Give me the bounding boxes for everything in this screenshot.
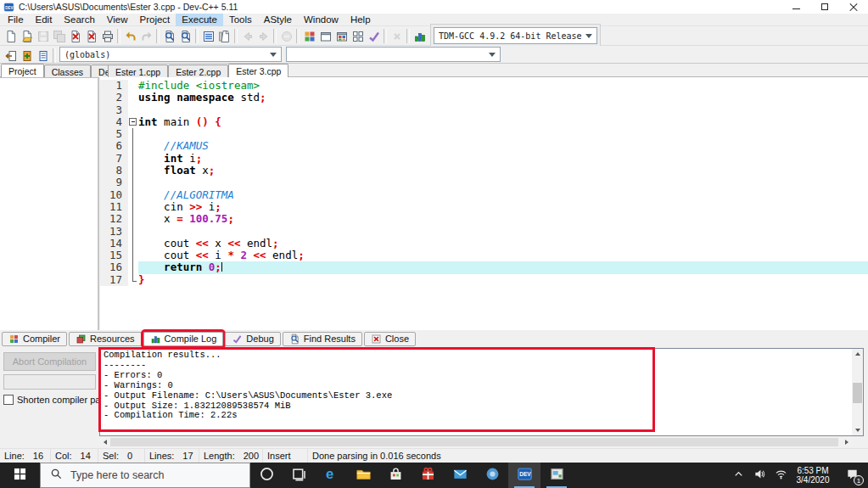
toolbar-find-in-files-button[interactable] (200, 28, 216, 44)
toolbar-find-button[interactable] (161, 28, 177, 44)
toolbar-window-prev-button[interactable] (3, 48, 19, 64)
globals-select[interactable]: (globals) (59, 47, 282, 62)
horizontal-scrollbar[interactable] (99, 437, 853, 447)
code-token: ; (209, 164, 216, 177)
code-token: << (196, 237, 209, 250)
tab-debug[interactable]: Debug (225, 332, 280, 346)
toolbar-print-button[interactable] (99, 28, 115, 44)
taskbar: Type here to search eDEV 6:53 PM 3/4/202… (0, 463, 868, 488)
toolbar-row2: (globals) (0, 46, 868, 64)
toolbar-separator (384, 29, 387, 43)
code-line: 1#include <iostream> (100, 80, 868, 92)
taskbar-browser-button[interactable] (476, 463, 508, 488)
menu-tools[interactable]: Tools (223, 14, 258, 26)
code-token: float (164, 164, 196, 177)
toolbar-open-file-button[interactable] (19, 28, 35, 44)
network-button[interactable] (770, 463, 792, 488)
taskbar-edge-button[interactable]: e (315, 463, 347, 488)
tray-chevron-button[interactable] (728, 463, 749, 488)
toolbar-profile-button[interactable] (412, 28, 428, 44)
fold-marker (128, 128, 138, 140)
menu-help[interactable]: Help (344, 14, 377, 26)
toolbar-run-button[interactable] (317, 28, 333, 44)
toolbar-rebuild-all-button[interactable] (350, 28, 366, 44)
taskbar-task-view-button[interactable] (283, 463, 315, 488)
volume-button[interactable] (749, 463, 770, 488)
action-center-button[interactable]: 1 (837, 463, 866, 488)
taskbar-mail-button[interactable] (444, 463, 476, 488)
toolbar-goto-line-button[interactable] (216, 28, 232, 44)
toolbar-save-all-button[interactable] (51, 28, 67, 44)
toolbar-forward-button[interactable] (255, 28, 272, 44)
shorten-paths-checkbox[interactable]: Shorten compiler paths (3, 395, 113, 405)
taskbar-cortana-button[interactable] (250, 463, 283, 488)
maximize-button[interactable] (810, 0, 839, 14)
tab-project[interactable]: Project (1, 64, 44, 77)
scrollbar-thumb[interactable] (853, 383, 862, 403)
taskbar-store-button[interactable] (379, 463, 412, 488)
compile-log-output[interactable]: Compilation results...--------- Errors: … (99, 348, 864, 436)
menu-execute[interactable]: Execute (176, 14, 223, 26)
code-token: main (158, 115, 196, 128)
scroll-down-arrow[interactable] (852, 426, 863, 435)
menu-file[interactable]: File (2, 14, 30, 26)
toolbar-close-file-button[interactable] (67, 28, 83, 44)
menu-project[interactable]: Project (134, 14, 176, 26)
checkbox-box[interactable] (3, 395, 14, 405)
code-token: return (164, 261, 202, 273)
toolbar-syntax-check-button[interactable] (366, 28, 382, 44)
toolbar-new-file-button[interactable] (3, 28, 19, 44)
toolbar-undo-button[interactable] (122, 28, 138, 44)
toolbar-stop-execution-button[interactable] (389, 28, 405, 44)
minimize-button[interactable] (781, 0, 810, 14)
fold-collapse-icon[interactable] (129, 118, 137, 126)
tab-ester-3-cpp[interactable]: Ester 3.cpp (228, 64, 288, 77)
toolbar-abort-button[interactable] (278, 28, 294, 44)
members-select[interactable] (286, 47, 501, 62)
menu-window[interactable]: Window (298, 14, 344, 26)
tab-classes[interactable]: Classes (44, 65, 91, 77)
menu-search[interactable]: Search (58, 14, 100, 26)
tab-ester-2-cpp[interactable]: Ester 2.cpp (168, 65, 228, 77)
toolbar-window-doc-button[interactable] (35, 48, 51, 64)
menu-edit[interactable]: Edit (30, 14, 59, 26)
toolbar-replace-button[interactable] (177, 28, 193, 44)
menu-astyle[interactable]: AStyle (258, 14, 298, 26)
toolbar-back-button[interactable] (239, 28, 255, 44)
taskbar-snipping-button[interactable] (540, 463, 573, 488)
gift-icon (420, 466, 436, 485)
code-text: return 0; (138, 261, 868, 273)
taskbar-dev-cpp-button[interactable]: DEV (508, 463, 540, 488)
toolbar-compile-button[interactable] (301, 28, 317, 44)
menu-view[interactable]: View (101, 14, 134, 26)
project-panel[interactable] (0, 77, 99, 330)
tab-compile-log[interactable]: Compile Log (143, 332, 224, 346)
scroll-up-arrow[interactable] (852, 349, 863, 358)
toolbar-window-add-button[interactable] (19, 48, 35, 64)
line-number: 17 (100, 274, 128, 286)
close-button[interactable] (839, 0, 868, 14)
taskbar-search-input[interactable]: Type here to search (40, 463, 250, 488)
start-button[interactable] (0, 463, 40, 488)
scroll-right-arrow[interactable] (842, 437, 853, 447)
tab-ester-1-cpp[interactable]: Ester 1.cpp (108, 65, 168, 77)
tab-compiler[interactable]: Compiler (2, 332, 67, 346)
toolbar-redo-button[interactable] (138, 28, 154, 44)
scroll-left-arrow[interactable] (99, 437, 110, 447)
tab-find-results[interactable]: Find Results (283, 332, 362, 346)
tab-close[interactable]: Close (364, 332, 416, 346)
scrollbar-thumb[interactable] (110, 438, 838, 446)
toolbar-compile-run-button[interactable] (333, 28, 350, 44)
vertical-scrollbar[interactable] (852, 349, 863, 435)
taskbar-clock[interactable]: 6:53 PM 3/4/2020 (792, 466, 837, 485)
taskbar-file-explorer-button[interactable] (347, 463, 379, 488)
svg-text:DEV: DEV (519, 471, 531, 477)
editor-area[interactable]: 1#include <iostream>2using namespace std… (100, 77, 868, 330)
toolbar-close-all-button[interactable] (83, 28, 99, 44)
tab-resources[interactable]: Resources (69, 332, 142, 346)
code-text (138, 177, 868, 188)
toolbar-save-file-button[interactable] (35, 28, 51, 44)
close-file-icon (69, 30, 82, 43)
taskbar-gift-button[interactable] (412, 463, 444, 488)
compiler-profile-select[interactable]: TDM-GCC 4.9.2 64-bit Release (434, 27, 597, 44)
